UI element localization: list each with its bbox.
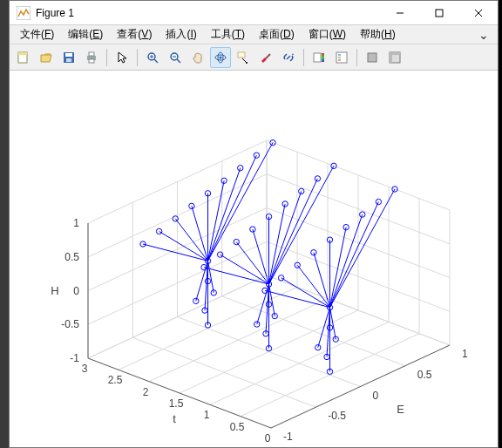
svg-line-175	[208, 261, 214, 293]
svg-rect-8	[65, 53, 72, 57]
svg-line-72	[88, 358, 271, 428]
toolbar	[10, 44, 498, 71]
svg-point-156	[156, 228, 161, 234]
svg-text:t: t	[173, 412, 176, 425]
svg-point-25	[246, 62, 248, 64]
svg-text:1.5: 1.5	[169, 397, 184, 410]
svg-line-24	[242, 58, 247, 63]
svg-line-167	[208, 155, 257, 261]
minimize-button[interactable]	[380, 1, 419, 25]
context-strip	[0, 0, 9, 448]
svg-line-95	[265, 290, 330, 307]
menu-desktop[interactable]: 桌面(D)	[252, 25, 302, 44]
svg-text:E: E	[397, 403, 404, 416]
svg-rect-12	[89, 59, 94, 63]
svg-rect-34	[368, 53, 376, 62]
svg-line-48	[222, 296, 405, 366]
print-button[interactable]	[81, 47, 102, 68]
svg-rect-30	[336, 52, 347, 63]
svg-line-109	[330, 202, 379, 308]
menu-file[interactable]: 文件(F)	[13, 25, 61, 44]
svg-rect-10	[87, 56, 96, 60]
svg-rect-6	[18, 52, 27, 55]
menu-help[interactable]: 帮助(H)	[353, 25, 403, 44]
svg-rect-11	[89, 52, 94, 56]
matlab-figure-icon	[17, 6, 31, 20]
svg-rect-35	[390, 52, 400, 63]
svg-text:0: 0	[73, 285, 79, 297]
link-data-button[interactable]	[278, 47, 299, 68]
brush-button[interactable]	[255, 47, 276, 68]
svg-text:0.5: 0.5	[417, 369, 432, 381]
window-title: Figure 1	[36, 7, 74, 19]
svg-text:2.5: 2.5	[108, 374, 123, 386]
menu-edit[interactable]: 编辑(E)	[61, 25, 110, 44]
open-button[interactable]	[36, 47, 57, 68]
svg-point-20	[215, 55, 226, 60]
svg-point-13	[148, 53, 155, 60]
svg-text:1: 1	[462, 348, 468, 360]
svg-line-138	[269, 179, 318, 284]
svg-rect-9	[66, 58, 71, 62]
menubar: 文件(F) 编辑(E) 查看(V) 插入(I) 工具(T) 桌面(D) 窗口(W…	[10, 25, 498, 44]
svg-rect-29	[322, 53, 324, 62]
svg-line-26	[266, 54, 270, 58]
svg-text:1: 1	[73, 217, 79, 229]
close-button[interactable]	[458, 1, 498, 25]
axes-3d[interactable]: 00.511.522.53-1-0.500.51-1-0.500.51tEH	[10, 71, 498, 447]
pan-button[interactable]	[187, 47, 208, 68]
figure-window: Figure 1 文件(F) 编辑(E) 查看(V) 插入(I) 工具(T) 桌…	[9, 0, 499, 448]
svg-text:-1: -1	[70, 352, 79, 364]
menu-view[interactable]: 查看(V)	[110, 25, 159, 44]
pointer-button[interactable]	[112, 47, 132, 68]
svg-line-99	[297, 265, 329, 307]
svg-text:-0.5: -0.5	[328, 410, 346, 422]
svg-rect-5	[18, 52, 27, 63]
insert-legend-button[interactable]	[331, 47, 352, 68]
svg-line-153	[143, 244, 208, 261]
svg-line-157	[175, 219, 207, 261]
hide-plot-tools-button[interactable]	[362, 47, 383, 68]
data-cursor-button[interactable]	[233, 47, 254, 68]
svg-line-27	[287, 56, 290, 59]
svg-line-18	[177, 59, 180, 63]
zoom-in-button[interactable]	[142, 47, 163, 68]
svg-text:0: 0	[265, 432, 271, 445]
toolbar-separator	[303, 49, 304, 66]
svg-rect-28	[314, 53, 321, 62]
svg-point-17	[171, 53, 178, 60]
menu-window[interactable]: 窗口(W)	[302, 25, 353, 44]
toolbar-separator	[356, 49, 357, 66]
svg-text:3: 3	[82, 363, 88, 375]
svg-point-22	[220, 56, 222, 58]
save-button[interactable]	[58, 47, 79, 68]
svg-text:-1: -1	[283, 431, 293, 443]
new-figure-button[interactable]	[13, 47, 34, 68]
svg-text:0.5: 0.5	[230, 421, 245, 433]
svg-line-111	[330, 189, 396, 308]
toolbar-separator	[106, 49, 107, 66]
svg-rect-23	[238, 52, 245, 58]
titlebar: Figure 1	[10, 1, 498, 25]
toolbar-separator	[137, 49, 138, 66]
svg-line-73	[271, 345, 450, 428]
svg-text:-0.5: -0.5	[61, 318, 79, 330]
svg-line-140	[269, 166, 335, 284]
zoom-out-button[interactable]	[165, 47, 186, 68]
svg-line-46	[132, 337, 315, 407]
svg-point-129	[234, 239, 239, 244]
menu-insert[interactable]: 插入(I)	[159, 25, 203, 44]
show-plot-tools-button[interactable]	[384, 47, 405, 68]
menu-tools[interactable]: 工具(T)	[204, 25, 252, 44]
svg-line-124	[204, 268, 269, 284]
insert-colorbar-button[interactable]	[309, 47, 329, 68]
svg-rect-37	[390, 52, 400, 55]
svg-text:0: 0	[373, 390, 379, 402]
menubar-overflow-icon[interactable]: ⌄	[473, 28, 494, 42]
rotate3d-button[interactable]	[210, 47, 231, 68]
maximize-button[interactable]	[419, 1, 458, 25]
svg-text:H: H	[51, 284, 58, 297]
svg-point-21	[218, 52, 223, 63]
svg-point-102	[311, 250, 316, 255]
svg-rect-36	[390, 52, 392, 63]
